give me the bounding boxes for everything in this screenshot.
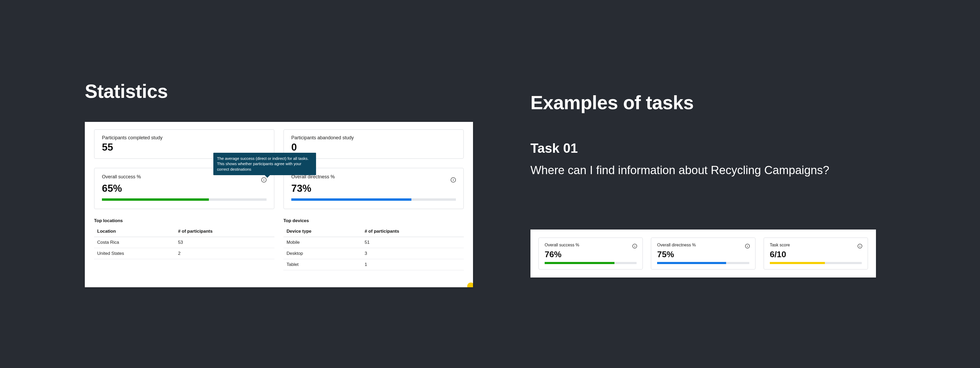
table-cell: Tablet	[283, 259, 361, 270]
completed-label: Participants completed study	[102, 135, 267, 141]
table-cell: Desktop	[283, 248, 361, 259]
task-score-fill	[770, 262, 825, 264]
table-cell: Mobile	[283, 237, 361, 248]
table-cell: 1	[361, 259, 464, 270]
statistics-panel: Participants completed study 55 Particip…	[85, 122, 473, 287]
examples-heading: Examples of tasks	[530, 92, 694, 114]
task-success-card: Overall success % i 76%	[538, 237, 643, 270]
overall-directness-fill	[291, 198, 411, 201]
table-cell: United States	[94, 248, 175, 259]
info-icon[interactable]: i	[858, 244, 862, 248]
locations-table: Location # of participants Costa Rica53U…	[94, 226, 274, 259]
task-directness-bar	[657, 262, 749, 264]
table-header-row: Location # of participants	[94, 226, 274, 237]
table-cell: 53	[175, 237, 274, 248]
devices-header-1: # of participants	[361, 226, 464, 237]
table-row: Tablet1	[283, 259, 464, 270]
locations-header-0: Location	[94, 226, 175, 237]
overall-success-fill	[102, 198, 209, 201]
overall-directness-label: Overall directness %	[291, 174, 456, 180]
task-success-value: 76%	[545, 250, 636, 259]
top-locations: Top locations Location # of participants…	[94, 218, 274, 270]
table-cell: 2	[175, 248, 274, 259]
devices-table: Device type # of participants Mobile51De…	[283, 226, 464, 270]
table-row: Costa Rica53	[94, 237, 274, 248]
devices-header-0: Device type	[283, 226, 361, 237]
task-directness-value: 75%	[657, 250, 749, 259]
info-icon[interactable]: i	[261, 177, 267, 182]
task-success-label: Overall success %	[545, 243, 636, 248]
task-success-fill	[545, 262, 614, 264]
task-directness-card: Overall directness % i 75%	[651, 237, 755, 270]
abandoned-value: 0	[291, 142, 456, 153]
task-directness-label: Overall directness %	[657, 243, 749, 248]
task-directness-fill	[657, 262, 726, 264]
table-cell: 51	[361, 237, 464, 248]
overall-success-bar	[102, 198, 267, 201]
overall-success-value: 65%	[102, 183, 267, 194]
top-devices: Top devices Device type # of participant…	[283, 218, 464, 270]
info-icon[interactable]: i	[451, 177, 456, 182]
task-metrics-panel: Overall success % i 76% Overall directne…	[530, 229, 876, 277]
top-devices-title: Top devices	[283, 218, 464, 224]
table-row: United States2	[94, 248, 274, 259]
info-icon[interactable]: i	[632, 244, 637, 248]
task-title: Task 01	[530, 141, 578, 156]
success-tooltip: The average success (direct or indirect)…	[213, 153, 316, 175]
table-row: Mobile51	[283, 237, 464, 248]
task-score-value: 6/10	[770, 250, 862, 259]
abandoned-label: Participants abandoned study	[291, 135, 456, 141]
task-score-card: Task score i 6/10	[764, 237, 868, 270]
top-locations-title: Top locations	[94, 218, 274, 224]
task-score-label: Task score	[770, 243, 862, 248]
table-cell: 3	[361, 248, 464, 259]
overall-directness-value: 73%	[291, 183, 456, 194]
completed-value: 55	[102, 142, 267, 153]
overall-directness-bar	[291, 198, 456, 201]
table-row: Desktop3	[283, 248, 464, 259]
table-header-row: Device type # of participants	[283, 226, 464, 237]
task-success-bar	[545, 262, 636, 264]
locations-header-1: # of participants	[175, 226, 274, 237]
statistics-heading: Statistics	[85, 80, 168, 102]
task-score-bar	[770, 262, 862, 264]
task-description: Where can I find information about Recyc…	[530, 163, 829, 177]
help-bubble-icon[interactable]	[467, 283, 473, 287]
info-icon[interactable]: i	[745, 244, 750, 248]
table-cell: Costa Rica	[94, 237, 175, 248]
